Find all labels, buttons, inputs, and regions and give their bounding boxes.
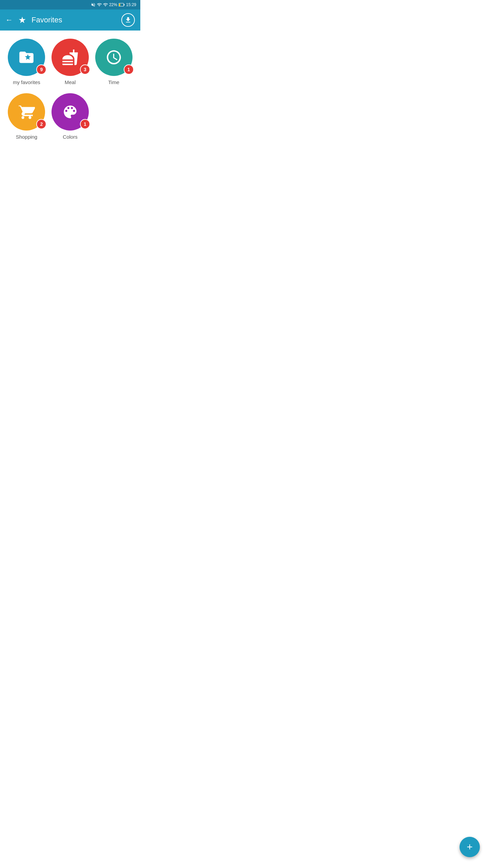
grid-item-meal[interactable]: 3 Meal	[50, 39, 90, 85]
grid-item-shopping[interactable]: 2 Shopping	[7, 93, 46, 140]
time-text: 15:29	[126, 2, 136, 7]
label-shopping: Shopping	[16, 134, 37, 140]
signal-icon	[103, 2, 108, 7]
badge-colors: 1	[80, 119, 90, 129]
badge-my-favorites: 9	[36, 64, 46, 75]
grid-item-time[interactable]: 1 Time	[94, 39, 134, 85]
battery-text: 22%	[109, 2, 117, 7]
toolbar: ← ★ Favorites	[0, 9, 140, 31]
circle-wrapper-my-favorites: 9	[8, 39, 45, 76]
grid-item-colors[interactable]: 1 Colors	[50, 93, 90, 140]
grid-item-my-favorites[interactable]: 9 my favorites	[7, 39, 46, 85]
badge-meal: 3	[80, 64, 90, 75]
cutlery-icon	[62, 49, 79, 66]
svg-rect-2	[124, 4, 124, 6]
circle-wrapper-colors: 1	[52, 93, 89, 131]
toolbar-left: ← ★ Favorites	[5, 15, 62, 25]
label-meal: Meal	[65, 79, 76, 85]
battery-icon	[119, 3, 125, 7]
back-button[interactable]: ←	[5, 16, 13, 24]
download-icon	[124, 16, 132, 24]
label-my-favorites: my favorites	[13, 79, 40, 85]
badge-shopping: 2	[36, 119, 46, 129]
folder-star-icon	[18, 49, 35, 66]
wifi-icon	[97, 2, 102, 7]
star-icon: ★	[18, 15, 26, 25]
page-title: Favorites	[32, 16, 62, 24]
main-content: 9 my favorites 3 Meal	[0, 31, 140, 156]
clock-icon	[105, 49, 122, 66]
palette-icon	[62, 103, 79, 120]
label-colors: Colors	[63, 134, 77, 140]
status-icons: 22% 15:29	[91, 2, 136, 7]
badge-time: 1	[124, 64, 134, 75]
circle-wrapper-time: 1	[95, 39, 133, 76]
circle-wrapper-shopping: 2	[8, 93, 45, 131]
status-bar: 22% 15:29	[0, 0, 140, 9]
favorites-grid: 9 my favorites 3 Meal	[7, 39, 134, 140]
download-button[interactable]	[121, 13, 135, 27]
svg-rect-1	[119, 4, 120, 6]
mute-icon	[91, 2, 96, 7]
label-time: Time	[108, 79, 119, 85]
circle-wrapper-meal: 3	[52, 39, 89, 76]
cart-icon	[18, 103, 35, 120]
